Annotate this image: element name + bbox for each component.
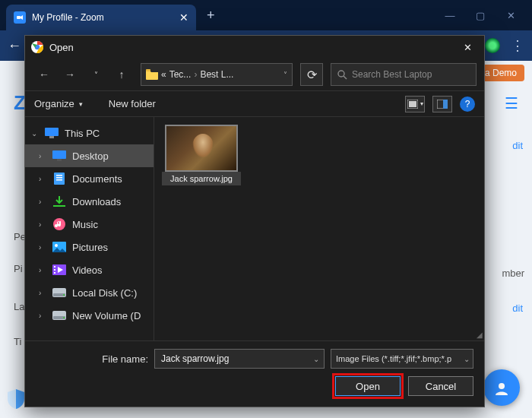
filename-input[interactable]: Jack sparrow.jpg ⌄ xyxy=(154,349,325,369)
filetype-value: Image Files (*.tiff;*.jfif;*.bmp;*.p xyxy=(336,354,451,363)
svg-rect-11 xyxy=(443,100,448,109)
breadcrumb-dropdown-icon[interactable]: ˅ xyxy=(283,71,287,79)
breadcrumb-item[interactable]: Tec... xyxy=(169,69,192,80)
resize-grip-icon[interactable]: ◢ xyxy=(477,331,483,339)
new-tab-button[interactable]: + xyxy=(207,8,215,24)
edit-link[interactable]: dit xyxy=(512,140,523,151)
tree-item-picture[interactable]: ›Pictures xyxy=(25,236,154,258)
window-close-button[interactable]: ✕ xyxy=(500,10,521,21)
caret-down-icon: ▾ xyxy=(79,100,83,108)
file-list-pane[interactable]: Jack sparrow.jpg ◢ xyxy=(154,117,484,340)
tree-item-disk[interactable]: ›New Volume (D xyxy=(25,304,154,327)
nav-back-button[interactable]: ← xyxy=(33,64,55,85)
chevron-right-icon: › xyxy=(39,312,46,320)
svg-rect-27 xyxy=(54,272,55,274)
caret-down-icon[interactable]: ⌄ xyxy=(464,355,470,363)
window-maximize-button[interactable]: ▢ xyxy=(470,10,491,21)
tab-title: My Profile - Zoom xyxy=(32,12,173,23)
security-shield-icon[interactable] xyxy=(8,389,24,409)
browser-back-button[interactable]: ← xyxy=(8,38,21,54)
cancel-button[interactable]: Cancel xyxy=(408,376,473,396)
dialog-titlebar[interactable]: Open ✕ xyxy=(25,36,484,59)
nav-up-button[interactable]: ↑ xyxy=(110,64,133,85)
text-fragment: La xyxy=(14,301,24,312)
search-placeholder: Search Best Laptop xyxy=(352,69,432,80)
browser-titlebar: My Profile - Zoom ✕ + — ▢ ✕ xyxy=(0,0,532,30)
new-folder-button[interactable]: New folder xyxy=(109,98,156,109)
chevron-right-icon: › xyxy=(39,220,46,229)
svg-rect-26 xyxy=(54,269,55,271)
folder-icon xyxy=(146,69,158,80)
chrome-icon xyxy=(31,41,43,53)
caret-down-icon: ▾ xyxy=(420,100,423,107)
svg-point-23 xyxy=(55,244,58,247)
text-fragment: Pi xyxy=(14,263,23,274)
nav-recent-button[interactable]: ˅ xyxy=(84,64,107,85)
tab-close-icon[interactable]: ✕ xyxy=(179,11,188,24)
caret-down-icon[interactable]: ⌄ xyxy=(313,355,319,363)
disk-icon xyxy=(52,287,66,299)
view-mode-button[interactable]: ▾ xyxy=(405,96,425,112)
tree-item-document[interactable]: ›Documents xyxy=(25,167,154,190)
svg-rect-9 xyxy=(409,101,416,107)
tree-item-video[interactable]: ›Videos xyxy=(25,258,154,281)
tree-this-pc[interactable]: ⌄ This PC xyxy=(25,122,154,144)
dialog-toolbar: Organize ▾ New folder ▾ ? xyxy=(25,91,484,117)
chevron-right-icon: › xyxy=(39,243,46,252)
breadcrumb-item[interactable]: Best L... xyxy=(200,69,233,80)
help-button[interactable]: ? xyxy=(460,97,475,112)
tree-item-label: Documents xyxy=(72,173,122,185)
svg-rect-1 xyxy=(17,16,21,19)
download-icon xyxy=(52,195,66,207)
extension-icon[interactable] xyxy=(485,38,500,53)
text-fragment: Ti xyxy=(14,336,21,347)
disk-icon xyxy=(52,309,66,321)
organize-label: Organize xyxy=(34,98,74,109)
tree-item-download[interactable]: ›Downloads xyxy=(25,190,154,213)
text-fragment: mber xyxy=(502,268,524,279)
svg-rect-5 xyxy=(146,69,150,71)
dialog-close-button[interactable]: ✕ xyxy=(457,42,478,53)
preview-pane-icon xyxy=(437,100,448,109)
path-breadcrumb[interactable]: « Tec... › Best L... ˅ xyxy=(141,63,293,86)
svg-point-33 xyxy=(63,317,65,318)
chevron-right-icon: › xyxy=(39,175,46,183)
zoom-favicon xyxy=(14,11,26,24)
file-thumbnail xyxy=(165,125,238,172)
organize-menu[interactable]: Organize ▾ xyxy=(34,98,83,109)
browser-tab[interactable]: My Profile - Zoom ✕ xyxy=(6,5,196,30)
browser-menu-button[interactable]: ⋮ xyxy=(511,37,524,54)
tree-item-label: Pictures xyxy=(72,242,108,253)
nav-forward-button[interactable]: → xyxy=(59,64,81,85)
hamburger-menu-icon[interactable]: ☰ xyxy=(505,94,518,112)
svg-line-7 xyxy=(344,76,347,79)
dialog-footer: File name: Jack sparrow.jpg ⌄ Image File… xyxy=(25,340,484,407)
svg-rect-20 xyxy=(53,205,65,207)
tree-item-desktop[interactable]: ›Desktop xyxy=(25,144,154,167)
refresh-button[interactable]: ⟳ xyxy=(300,63,323,86)
tree-item-label: Downloads xyxy=(72,196,121,207)
svg-point-6 xyxy=(338,71,344,77)
tree-item-music[interactable]: ›Music xyxy=(25,213,154,236)
tree-item-label: Local Disk (C:) xyxy=(72,287,137,299)
filetype-select[interactable]: Image Files (*.tiff;*.jfif;*.bmp;*.p ⌄ xyxy=(331,349,473,369)
tree-label: This PC xyxy=(65,128,100,139)
svg-rect-19 xyxy=(56,179,62,181)
svg-rect-25 xyxy=(54,266,55,268)
tree-item-label: Videos xyxy=(72,264,103,276)
tree-item-disk[interactable]: ›Local Disk (C:) xyxy=(25,281,154,304)
search-input[interactable]: Search Best Laptop xyxy=(331,63,477,86)
window-minimize-button[interactable]: — xyxy=(439,10,461,21)
preview-pane-button[interactable] xyxy=(432,96,452,112)
file-item[interactable]: Jack sparrow.jpg xyxy=(162,125,241,185)
svg-rect-13 xyxy=(49,136,54,138)
open-button[interactable]: Open xyxy=(335,376,401,396)
chat-bubble-button[interactable] xyxy=(483,369,520,406)
desktop-icon xyxy=(52,150,66,162)
file-open-dialog: Open ✕ ← → ˅ ↑ « Tec... › Best L... ˅ ⟳ … xyxy=(24,35,485,407)
edit-link[interactable]: dit xyxy=(512,302,523,314)
tree-item-label: Desktop xyxy=(72,150,109,162)
svg-rect-14 xyxy=(52,150,66,159)
video-icon xyxy=(52,264,66,276)
tree-item-label: New Volume (D xyxy=(72,310,141,321)
